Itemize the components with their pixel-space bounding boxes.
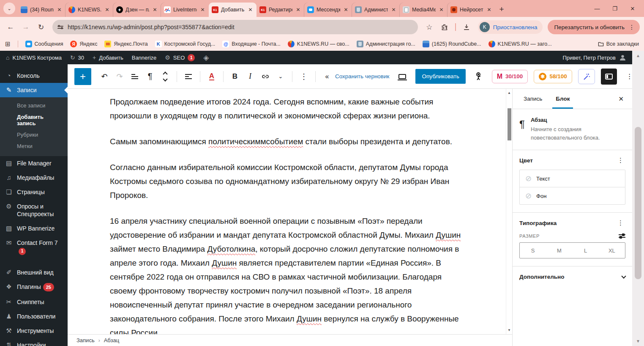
tab-close-icon[interactable]: ✕ [152, 7, 158, 13]
url-text[interactable]: https://k1news.ru/wp-admin/post.php?post… [68, 24, 235, 30]
browser-menu-icon[interactable]: ⋮ [629, 24, 635, 30]
sidebar-item-contact-form-7[interactable]: ✉Contact Form 71 [0, 236, 68, 258]
submenu-item-рубрики[interactable]: Рубрики [0, 129, 68, 140]
restore-button[interactable]: ❐ [606, 5, 624, 12]
breadcrumb-block[interactable]: Абзац [104, 337, 119, 343]
spyglass-person-icon[interactable] [472, 69, 486, 84]
sidebar-item-пользователи[interactable]: ♟Пользователи [0, 309, 68, 324]
font-size-l[interactable]: L [573, 243, 599, 258]
size-settings-icon[interactable] [619, 234, 625, 238]
all-bookmarks-button[interactable]: Все закладки [598, 41, 639, 47]
post-content[interactable]: Продолжаем подведение итогов 2024 года. … [68, 89, 506, 334]
block-inserter-button[interactable]: + [74, 68, 91, 85]
paragraph-2[interactable]: Самым запоминающимся политическиммсобыти… [110, 135, 464, 148]
undo-icon[interactable]: ↶ [97, 69, 112, 84]
sidebar-item-медиафайлы[interactable]: ♫Медиафайлы [0, 170, 68, 185]
downloads-icon[interactable] [460, 21, 473, 33]
browser-tab-6[interactable]: K1Редактиро✕ [257, 3, 304, 17]
bookmark-item-7[interactable]: Администрация го... [357, 41, 415, 47]
sidebar-item-страницы[interactable]: ❏Страницы [0, 185, 68, 199]
restart-update-button[interactable]: Перезапустить и обновить ⋮ [548, 20, 640, 34]
link-icon[interactable] [258, 69, 273, 84]
admin-bar-account[interactable]: Привет, Петр Петров [562, 54, 626, 61]
bookmark-item-6[interactable]: K1NEWS.RU — сво... [288, 41, 349, 47]
tab-close-icon[interactable]: ✕ [199, 7, 206, 13]
browser-tab-7[interactable]: Мессендж✕ [304, 3, 352, 17]
bookmark-star-icon[interactable]: ☆ [423, 21, 436, 33]
background-color-row[interactable]: ⊘ Фон [520, 187, 625, 204]
back-icon[interactable]: ← [4, 21, 17, 33]
bookmark-item-9[interactable]: K1NEWS.RU — заго... [488, 41, 552, 47]
admin-bar-new[interactable]: + Добавить [93, 54, 123, 61]
bookmark-item-3[interactable]: ✉Яндекс.Почта [104, 41, 147, 47]
tab-close-icon[interactable]: ✕ [247, 7, 254, 13]
tab-close-icon[interactable]: ✕ [343, 7, 349, 13]
advanced-section[interactable]: Дополнительно [513, 266, 632, 287]
breadcrumb-post[interactable]: Запись [76, 337, 95, 343]
sidebar-item-консоль[interactable]: ◔Консоль [0, 69, 68, 83]
publish-button[interactable]: Опубликовать [415, 69, 465, 84]
close-icon[interactable]: ✕ [614, 95, 628, 103]
tab-search-chevron-icon[interactable]: ⌄ [3, 3, 15, 14]
admin-bar-bannerize[interactable]: Bannerize [132, 55, 157, 61]
color-options-icon[interactable]: ⋮ [616, 157, 625, 164]
save-draft-button[interactable]: Сохранить черновик [335, 73, 389, 80]
tab-close-icon[interactable]: ✕ [438, 7, 445, 13]
scroll-up-icon[interactable]: ▲ [632, 53, 644, 58]
bookmark-item-8[interactable]: (1625) RoundCube... [423, 41, 481, 47]
preview-icon[interactable] [395, 69, 409, 84]
scroll-up-icon[interactable]: ▲ [506, 91, 512, 95]
scroll-down-icon[interactable]: ▼ [506, 328, 512, 332]
submenu-item-добавить-запись[interactable]: Добавить запись [0, 111, 68, 129]
bold-icon[interactable]: B [228, 69, 242, 84]
scroll-down-icon[interactable]: ▼ [632, 339, 644, 343]
submenu-item-метки[interactable]: Метки [0, 140, 68, 152]
sidebar-item-file-manager[interactable]: ▤File Manager [0, 156, 68, 170]
browser-tab-8[interactable]: Админист✕ [352, 3, 400, 17]
bookmark-item-4[interactable]: KКостромской Госуд... [155, 41, 216, 47]
content-scrollbar[interactable]: ▲ ▼ [506, 89, 512, 334]
address-bar[interactable]: https://k1news.ru/wp-admin/post.php?post… [52, 20, 418, 34]
collapse-toolbar-icon[interactable]: « [320, 69, 334, 84]
text-color-icon[interactable]: A [205, 69, 219, 84]
tab-post[interactable]: Запись [517, 89, 549, 109]
admin-bar-seo[interactable]: ⚙ SEO 1 [165, 54, 195, 61]
italic-icon[interactable]: I [243, 69, 257, 84]
sidebar-item-внешний-вид[interactable]: ✐Внешний вид [0, 265, 68, 280]
reload-icon[interactable]: ↻ [35, 21, 47, 33]
font-size-s[interactable]: S [520, 243, 546, 258]
text-color-row[interactable]: ⊘ Текст [520, 170, 625, 187]
paragraph-1[interactable]: Продолжаем подведение итогов 2024 года. … [110, 95, 464, 123]
browser-tab-5[interactable]: K1Добавить✕ [209, 3, 257, 17]
profile-chip[interactable]: K Приостановлена [478, 20, 543, 34]
sidebar-item-сниппеты[interactable]: ✂Сниппеты [0, 295, 68, 309]
admin-bar-updates[interactable]: ↻ 30 [70, 54, 84, 61]
browser-tab-1[interactable]: (34) Round✕ [18, 3, 65, 17]
apps-grid-icon[interactable]: ⊞ [5, 40, 11, 48]
tab-close-icon[interactable]: ✕ [486, 7, 492, 13]
bookmark-item-1[interactable]: Сообщения [25, 41, 63, 47]
tab-close-icon[interactable]: ✕ [390, 7, 397, 13]
move-block-icon[interactable] [158, 69, 172, 84]
seo-score-badge[interactable]: ✱ 58/100 [534, 70, 572, 83]
block-options-icon[interactable]: ⋮ [297, 69, 311, 84]
scrollbar-thumb[interactable] [635, 127, 641, 279]
diamond-icon[interactable]: ◈ [203, 53, 209, 62]
bookmark-item-2[interactable]: ЯЯндекс [70, 41, 97, 47]
sidebar-item-инструменты[interactable]: ⚒Инструменты [0, 324, 68, 338]
tab-block[interactable]: Блок [549, 89, 576, 109]
bookmark-item-5[interactable]: @Входящие - Почта... [222, 41, 281, 47]
browser-tab-4[interactable]: LiveInterne✕ [161, 3, 209, 17]
more-formatting-chevron-icon[interactable]: ⌄ [273, 69, 288, 84]
new-tab-button[interactable]: + [495, 5, 508, 14]
redo-icon[interactable]: ↷ [112, 69, 127, 84]
font-size-m[interactable]: M [546, 243, 572, 258]
sidebar-item-wp-bannerize[interactable]: ▧WP Bannerize [0, 221, 68, 236]
align-icon[interactable] [181, 69, 196, 84]
tab-close-icon[interactable]: ✕ [295, 7, 301, 13]
tab-close-icon[interactable]: ✕ [56, 7, 63, 13]
forward-icon[interactable]: → [19, 21, 32, 33]
browser-tab-10[interactable]: Нейросет✕ [448, 3, 495, 17]
browser-tab-9[interactable]: Media4Me✕ [400, 3, 448, 17]
admin-bar-site[interactable]: ⌂ K1NEWS Кострома [6, 54, 62, 61]
